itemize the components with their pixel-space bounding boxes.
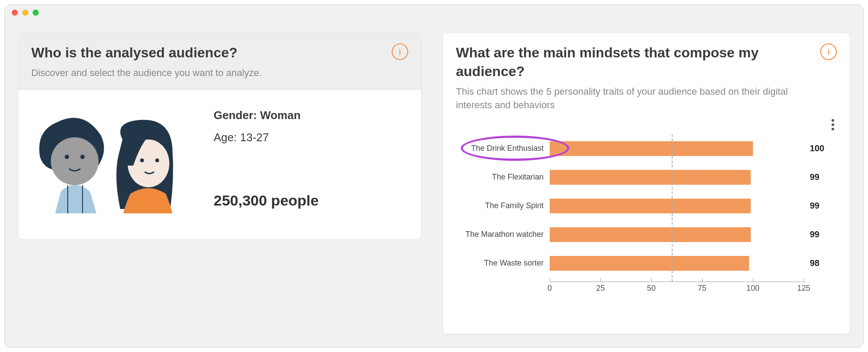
age-label: Age: <box>214 131 237 144</box>
bar-track <box>550 224 804 245</box>
chart-category-label: The Family Spirit <box>459 201 550 210</box>
info-icon[interactable]: i <box>820 43 837 60</box>
chart-category-label: The Flexitarian <box>459 173 550 182</box>
bar-value-label: 100 <box>804 143 834 153</box>
chart-row: The Drink Enthusiast100 <box>459 138 834 159</box>
chart-row: The Flexitarian99 <box>459 167 834 188</box>
bar-value-label: 99 <box>804 201 834 211</box>
count-suffix: people <box>271 192 319 209</box>
mindsets-bar-chart: The Drink Enthusiast100The Flexitarian99… <box>459 138 834 294</box>
maximize-window-icon[interactable] <box>33 10 39 16</box>
bar <box>550 141 753 156</box>
more-options-icon[interactable] <box>829 116 837 133</box>
bar-value-label: 99 <box>804 172 834 182</box>
svg-point-0 <box>51 137 99 185</box>
audience-card-subtitle: Discover and select the audience you wan… <box>31 66 262 80</box>
axis-track: 0255075100125 <box>550 282 804 294</box>
axis-tick-label: 100 <box>746 284 759 293</box>
mindsets-card: What are the main mindsets that compose … <box>442 33 850 334</box>
age-value: 13-27 <box>240 131 269 144</box>
axis-tick-label: 50 <box>647 284 656 293</box>
close-window-icon[interactable] <box>12 10 18 16</box>
window-controls <box>5 5 863 20</box>
audience-card-body: Gender: Woman Age: 13-27 250,300 people <box>18 90 421 239</box>
chart-row: The Family Spirit99 <box>459 196 834 216</box>
mindsets-card-subtitle: This chart shows the 5 personality trait… <box>456 85 795 112</box>
svg-point-1 <box>65 155 69 159</box>
mindsets-card-title: What are the main mindsets that compose … <box>456 43 795 81</box>
mindsets-card-body: The Drink Enthusiast100The Flexitarian99… <box>443 116 850 334</box>
chart-category-label: The Marathon watcher <box>459 230 550 239</box>
bar-value-label: 99 <box>804 229 834 239</box>
info-icon[interactable]: i <box>392 43 408 60</box>
axis-tick-label: 25 <box>596 284 605 293</box>
bar <box>550 199 751 213</box>
bar <box>550 170 751 185</box>
bar <box>550 256 749 271</box>
audience-card-header: Who is the analysed audience? Discover a… <box>18 33 421 90</box>
svg-point-5 <box>155 158 159 162</box>
chart-category-label: The Waste sorter <box>459 259 550 268</box>
audience-card-title: Who is the analysed audience? <box>31 43 262 62</box>
chart-row: The Marathon watcher99 <box>459 224 834 245</box>
audience-count: 250,300 people <box>214 192 319 209</box>
reference-line <box>672 134 673 282</box>
axis-tick-label: 75 <box>698 284 706 293</box>
audience-illustration <box>31 105 196 213</box>
axis-tick-label: 125 <box>797 284 810 293</box>
content-area: Who is the analysed audience? Discover a… <box>5 20 863 347</box>
minimize-window-icon[interactable] <box>22 10 28 16</box>
svg-point-4 <box>140 158 144 162</box>
bar <box>550 227 751 242</box>
gender-value: Woman <box>260 109 300 122</box>
audience-card: Who is the analysed audience? Discover a… <box>18 33 422 240</box>
gender-row: Gender: Woman <box>214 109 319 122</box>
mindsets-card-header: What are the main mindsets that compose … <box>443 33 850 116</box>
count-value: 250,300 <box>214 192 267 209</box>
chart-x-axis: 0255075100125 <box>459 282 834 294</box>
bar-track <box>550 196 804 216</box>
age-row: Age: 13-27 <box>214 131 319 144</box>
axis-tick-label: 0 <box>548 284 552 293</box>
bar-track <box>550 167 804 188</box>
svg-point-2 <box>80 155 85 159</box>
chart-row: The Waste sorter98 <box>459 253 834 274</box>
chart-category-label: The Drink Enthusiast <box>459 144 550 153</box>
bar-value-label: 98 <box>804 258 834 268</box>
bar-track <box>550 138 804 159</box>
browser-window: Who is the analysed audience? Discover a… <box>4 4 864 348</box>
bar-track <box>550 253 804 274</box>
gender-label: Gender: <box>214 109 257 122</box>
audience-meta: Gender: Woman Age: 13-27 250,300 people <box>214 109 319 209</box>
